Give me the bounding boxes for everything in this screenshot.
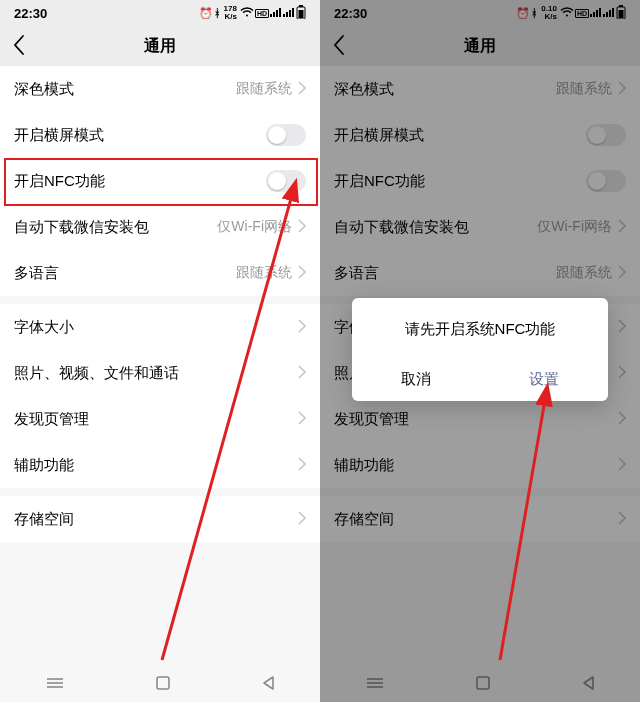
row-value: 跟随系统 bbox=[236, 264, 292, 282]
row-accessibility[interactable]: 辅助功能 bbox=[0, 442, 320, 488]
chevron-right-icon bbox=[298, 511, 306, 528]
row-label: 开启NFC功能 bbox=[14, 172, 105, 191]
dialog-settings-button[interactable]: 设置 bbox=[480, 357, 608, 401]
page-header: 通用 bbox=[0, 26, 320, 66]
row-discover[interactable]: 发现页管理 bbox=[0, 396, 320, 442]
svg-rect-14 bbox=[157, 677, 169, 689]
svg-rect-2 bbox=[276, 10, 278, 17]
nav-recent-icon[interactable] bbox=[45, 676, 65, 690]
chevron-right-icon bbox=[298, 265, 306, 282]
row-font-size[interactable]: 字体大小 bbox=[0, 304, 320, 350]
svg-rect-1 bbox=[273, 12, 275, 17]
nfc-dialog: 请先开启系统NFC功能 取消 设置 bbox=[352, 298, 608, 401]
phone-right: 22:30 ⏰ ᚼ 0.10K/s HD bbox=[320, 0, 640, 702]
svg-rect-7 bbox=[292, 8, 294, 17]
row-language[interactable]: 多语言 跟随系统 bbox=[0, 250, 320, 296]
page-title: 通用 bbox=[144, 36, 176, 57]
svg-rect-0 bbox=[270, 14, 272, 17]
row-label: 照片、视频、文件和通话 bbox=[14, 364, 179, 383]
chevron-right-icon bbox=[298, 219, 306, 236]
row-label: 发现页管理 bbox=[14, 410, 89, 429]
row-label: 多语言 bbox=[14, 264, 59, 283]
nav-back-icon[interactable] bbox=[261, 675, 275, 691]
row-nfc[interactable]: 开启NFC功能 bbox=[0, 158, 320, 204]
svg-rect-3 bbox=[279, 8, 281, 17]
row-storage[interactable]: 存储空间 bbox=[0, 496, 320, 542]
row-label: 辅助功能 bbox=[14, 456, 74, 475]
row-media[interactable]: 照片、视频、文件和通话 bbox=[0, 350, 320, 396]
row-auto-download[interactable]: 自动下载微信安装包 仅Wi-Fi网络 bbox=[0, 204, 320, 250]
svg-rect-10 bbox=[299, 10, 304, 18]
chevron-right-icon bbox=[298, 457, 306, 474]
status-icons: ⏰ ᚼ 178K/s HD bbox=[199, 5, 306, 21]
battery-icon bbox=[296, 5, 306, 21]
bluetooth-icon: ᚼ bbox=[214, 7, 221, 19]
toggle-nfc[interactable] bbox=[266, 170, 306, 192]
dialog-message: 请先开启系统NFC功能 bbox=[352, 298, 608, 357]
alarm-icon: ⏰ bbox=[199, 7, 213, 20]
row-label: 存储空间 bbox=[14, 510, 74, 529]
status-time: 22:30 bbox=[14, 6, 47, 21]
signal-icon-2 bbox=[283, 7, 295, 19]
row-label: 字体大小 bbox=[14, 318, 74, 337]
toggle-landscape[interactable] bbox=[266, 124, 306, 146]
wifi-icon bbox=[240, 7, 254, 19]
row-value: 跟随系统 bbox=[236, 80, 292, 98]
svg-rect-5 bbox=[286, 12, 288, 17]
chevron-right-icon bbox=[298, 365, 306, 382]
chevron-right-icon bbox=[298, 411, 306, 428]
row-label: 开启横屏模式 bbox=[14, 126, 104, 145]
system-navbar bbox=[0, 664, 320, 702]
hd-icon: HD bbox=[255, 9, 269, 18]
row-label: 自动下载微信安装包 bbox=[14, 218, 149, 237]
chevron-right-icon bbox=[298, 81, 306, 98]
nav-home-icon[interactable] bbox=[155, 675, 171, 691]
svg-rect-6 bbox=[289, 10, 291, 17]
row-value: 仅Wi-Fi网络 bbox=[217, 218, 292, 236]
status-bar: 22:30 ⏰ ᚼ 178K/s HD bbox=[0, 0, 320, 26]
svg-rect-4 bbox=[283, 14, 285, 17]
net-speed: 178K/s bbox=[224, 5, 237, 21]
row-landscape[interactable]: 开启横屏模式 bbox=[0, 112, 320, 158]
dialog-cancel-button[interactable]: 取消 bbox=[352, 357, 480, 401]
chevron-right-icon bbox=[298, 319, 306, 336]
row-label: 深色模式 bbox=[14, 80, 74, 99]
row-dark-mode[interactable]: 深色模式 跟随系统 bbox=[0, 66, 320, 112]
back-button[interactable] bbox=[12, 34, 26, 60]
settings-list: 深色模式 跟随系统 开启横屏模式 开启NFC功能 自动下载微信安装包 仅Wi-F… bbox=[0, 66, 320, 542]
phone-left: 22:30 ⏰ ᚼ 178K/s HD bbox=[0, 0, 320, 702]
signal-icon-1 bbox=[270, 7, 282, 19]
